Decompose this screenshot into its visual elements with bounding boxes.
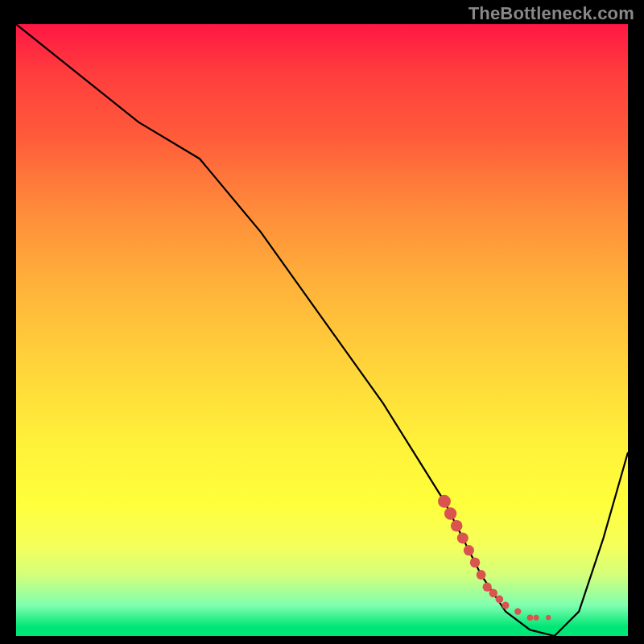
highlight-point (444, 507, 456, 519)
highlight-point (489, 589, 497, 597)
highlight-point (534, 615, 539, 621)
highlight-points-group (438, 495, 551, 621)
bottleneck-curve-path (16, 24, 628, 636)
highlight-point (502, 602, 510, 609)
highlight-point (457, 532, 469, 543)
highlight-point (451, 520, 463, 532)
plot-area (16, 24, 628, 636)
highlight-point (470, 558, 481, 568)
highlight-point (438, 495, 451, 508)
highlight-point (546, 615, 551, 620)
highlight-point (464, 545, 474, 555)
highlight-point (514, 608, 521, 614)
watermark-text: TheBottleneck.com (469, 3, 634, 24)
highlight-point (483, 583, 492, 592)
highlight-point (527, 614, 534, 621)
highlight-point (496, 596, 504, 604)
plot-svg (16, 24, 628, 636)
highlight-point (477, 570, 486, 580)
chart-container: TheBottleneck.com (0, 0, 644, 644)
